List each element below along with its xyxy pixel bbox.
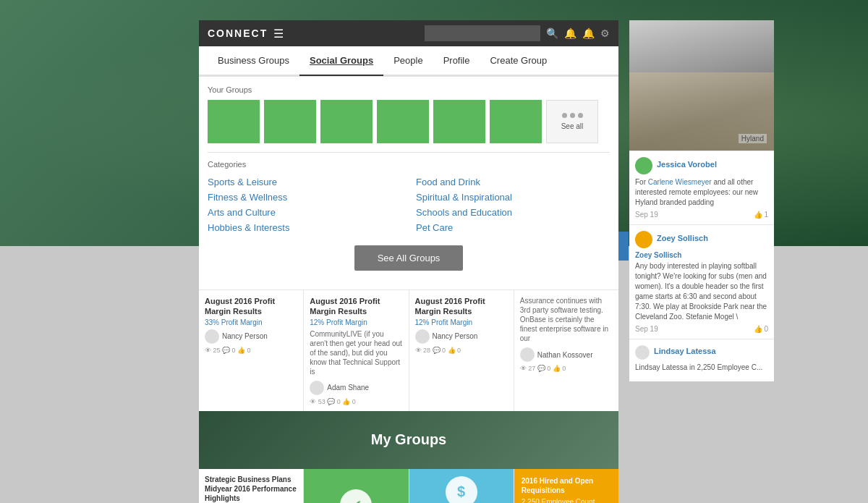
blue-side-tab[interactable] — [618, 232, 629, 261]
dot-3 — [578, 113, 583, 118]
post-2-title: August 2016 Profit Margin Results — [310, 296, 402, 317]
sidebar-user-3-name[interactable]: Lindsay Latessa — [654, 347, 716, 355]
group-thumb-4[interactable] — [377, 100, 429, 143]
post-2-stats: 👁 53 💬 0 👍 0 — [310, 398, 402, 405]
group-thumb-2[interactable] — [264, 100, 316, 143]
post-4-text: Assurance continues with 3rd party softw… — [520, 296, 613, 343]
sidebar-card-3: Lindsay Latessa Lindsay Latessa in 2,250… — [629, 339, 774, 381]
category-petcare[interactable]: Pet Care — [416, 220, 610, 235]
post-card-2: August 2016 Profit Margin Results 12% Pr… — [304, 290, 409, 411]
sidebar-card-3-text: Lindsay Latessa in 2,250 Employee C... — [635, 363, 768, 373]
categories-grid: Sports & Leisure Fitness & Wellness Arts… — [208, 174, 610, 235]
sidebar-date-2: Sep 19 — [635, 325, 658, 333]
category-schools[interactable]: Schools and Education — [416, 205, 610, 220]
post-2-subtitle: 12% Profit Margin — [310, 318, 402, 326]
group-card-1-content: Strategic Business Plans Midyear 2016 Pe… — [199, 469, 303, 503]
post-1-subtitle: 33% Profit Margin — [205, 318, 297, 326]
post-2-author-name: Adam Shane — [327, 384, 369, 392]
tab-social-groups[interactable]: Social Groups — [299, 46, 383, 76]
group-card-3: $ August 2016 Profit Margin Results 33% … — [409, 469, 514, 503]
sidebar-user-2-name[interactable]: Zoey Sollisch — [657, 234, 708, 242]
sidebar-user-2-row: Zoey Sollisch — [635, 231, 768, 248]
gear-icon[interactable]: ⚙ — [600, 28, 610, 39]
main-panel: CONNECT ☰ 🔍 🔔 🔔 ⚙ Business Groups Social… — [199, 20, 618, 503]
group-card-2-icon: ✔ — [340, 489, 372, 503]
group-card-3-icon-area: $ — [409, 469, 514, 503]
header-right: 🔍 🔔 🔔 ⚙ — [425, 25, 610, 41]
right-sidebar: Hyland Jessica Vorobel For Carlene Wiesm… — [629, 20, 774, 381]
post-2-text: CommunityLIVE (if you aren't then get yo… — [310, 329, 402, 376]
tab-profile[interactable]: Profile — [433, 46, 480, 75]
see-all-label: See all — [561, 122, 584, 130]
hamburger-icon[interactable]: ☰ — [273, 27, 284, 41]
alert-icon[interactable]: 🔔 — [582, 28, 595, 39]
group-thumb-5[interactable] — [433, 100, 485, 143]
search-input[interactable] — [425, 25, 540, 41]
group-thumb-3[interactable] — [320, 100, 373, 143]
category-fitness[interactable]: Fitness & Wellness — [208, 190, 401, 205]
dot-2 — [570, 113, 575, 118]
sidebar-likes-1: 👍 1 — [754, 211, 768, 219]
post-1-author-name: Nancy Person — [222, 332, 268, 340]
post-4-author-name: Nathan Kossover — [537, 351, 593, 359]
post-2-avatar — [310, 381, 324, 395]
categories-label: Categories — [208, 160, 610, 169]
category-arts[interactable]: Arts and Culture — [208, 205, 401, 220]
sidebar-likes-2: 👍 0 — [754, 325, 768, 333]
post-3-author-name: Nancy Person — [433, 332, 478, 340]
group-thumb-6[interactable] — [490, 100, 542, 143]
group-card-4-title: 2016 Hired and Open Requisitions — [522, 476, 611, 495]
group-thumbnails-row: See all — [208, 100, 610, 143]
post-3-avatar — [415, 329, 430, 344]
sidebar-user-1-name[interactable]: Jessica Vorobel — [657, 160, 717, 169]
my-groups-title: My Groups — [371, 431, 446, 448]
group-card-4: 2016 Hired and Open Requisitions 2,250 E… — [514, 469, 618, 503]
see-all-thumb[interactable]: See all — [546, 100, 598, 143]
tab-people[interactable]: People — [383, 46, 433, 75]
group-card-2-content: ✔ — [304, 469, 408, 503]
sidebar-user-1-row: Jessica Vorobel — [635, 157, 768, 174]
post-1-stats: 👁 25 💬 0 👍 0 — [205, 347, 297, 354]
nav-tabs: Business Groups Social Groups People Pro… — [199, 46, 618, 76]
post-4-avatar — [520, 347, 535, 362]
sidebar-avatar-3 — [635, 345, 650, 360]
group-cards-row: Strategic Business Plans Midyear 2016 Pe… — [199, 469, 618, 503]
bell-icon[interactable]: 🔔 — [564, 28, 576, 39]
sidebar-photo: Hyland — [629, 20, 774, 151]
tab-create-group[interactable]: Create Group — [480, 46, 557, 75]
categories-section: Categories Sports & Leisure Fitness & We… — [208, 152, 610, 235]
see-all-groups-button[interactable]: See All Groups — [354, 245, 464, 271]
sidebar-photo-brand: Hyland — [739, 134, 767, 143]
post-3-author-row: Nancy Person — [415, 329, 508, 344]
sidebar-card-2: Zoey Sollisch Zoey Sollisch Any body int… — [629, 224, 774, 339]
post-1-avatar — [205, 329, 219, 344]
app-header: CONNECT ☰ 🔍 🔔 🔔 ⚙ — [199, 20, 618, 46]
category-food[interactable]: Food and Drink — [416, 174, 610, 190]
sidebar-card-1: Jessica Vorobel For Carlene Wiesmeyer an… — [629, 151, 774, 224]
category-spiritual[interactable]: Spiritual & Inspirational — [416, 190, 610, 205]
group-card-3-dollar-icon: $ — [446, 476, 477, 503]
tab-business-groups[interactable]: Business Groups — [208, 46, 299, 75]
group-card-4-content: 2016 Hired and Open Requisitions 2,250 E… — [514, 469, 618, 503]
dots-row — [562, 113, 583, 118]
header-left: CONNECT ☰ — [208, 27, 284, 41]
group-card-4-count: 2,250 Employee Count — [522, 498, 611, 503]
post-2-author-row: Adam Shane — [310, 381, 402, 395]
post-card-4: Assurance continues with 3rd party softw… — [514, 290, 618, 411]
group-thumb-1[interactable] — [208, 100, 260, 143]
sidebar-avatar-1 — [635, 157, 652, 174]
search-icon[interactable]: 🔍 — [546, 28, 558, 39]
sidebar-mention-1[interactable]: Carlene Wiesmeyer — [648, 178, 712, 186]
sidebar-user-3-row: Lindsay Latessa — [635, 345, 768, 360]
category-hobbies[interactable]: Hobbies & Interests — [208, 220, 401, 235]
group-card-2: ✔ — [304, 469, 409, 503]
see-all-btn-wrap: See All Groups — [208, 235, 610, 281]
group-card-1-title: Strategic Business Plans Midyear 2016 Pe… — [205, 475, 297, 503]
app-logo: CONNECT — [208, 28, 268, 39]
my-groups-banner: My Groups — [199, 411, 618, 469]
sidebar-avatar-2 — [635, 231, 652, 248]
category-sports[interactable]: Sports & Leisure — [208, 174, 401, 190]
sidebar-card-2-text: Any body interested in playing softball … — [635, 261, 768, 322]
post-3-title: August 2016 Profit Margin Results — [415, 296, 508, 317]
group-card-1: Strategic Business Plans Midyear 2016 Pe… — [199, 469, 304, 503]
